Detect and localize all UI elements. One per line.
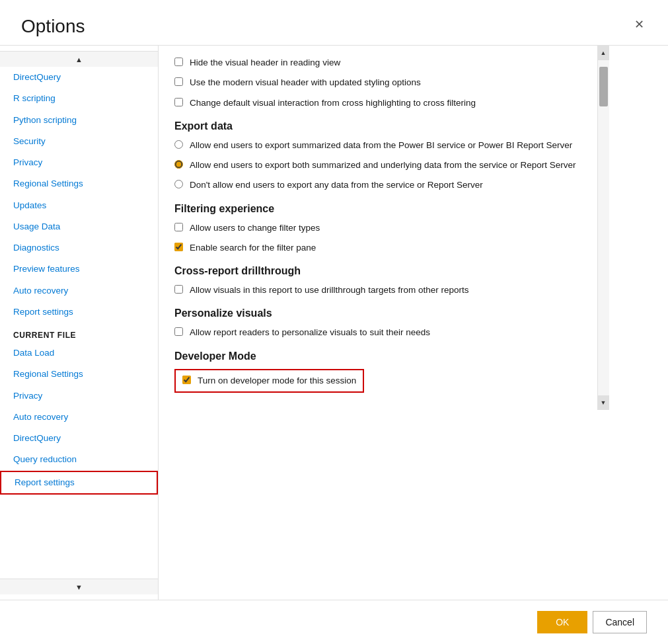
developer-mode-session-checkbox[interactable]: [182, 376, 191, 384]
developer-mode-session-label: Turn on developer mode for this session: [198, 374, 356, 387]
sidebar-item-privacy[interactable]: Privacy: [0, 152, 158, 173]
current-file-label: CURRENT FILE: [0, 323, 158, 342]
sidebar-item-python-scripting[interactable]: Python scripting: [0, 110, 158, 131]
sidebar-item-directquery[interactable]: DirectQuery: [0, 67, 158, 88]
scroll-thumb: [599, 67, 608, 106]
dialog-header: Options ✕: [0, 0, 668, 45]
developer-mode-box: Turn on developer mode for this session: [174, 369, 364, 393]
sidebar-item-diagnostics[interactable]: Diagnostics: [0, 237, 158, 259]
sidebar-scroll-down-button[interactable]: ▼: [0, 579, 158, 594]
allow-filter-types-label: Allow users to change filter types: [190, 221, 576, 235]
hide-visual-header-checkbox[interactable]: [174, 58, 183, 66]
export-data-title: Export data: [174, 120, 576, 132]
sidebar-item-data-load[interactable]: Data Load: [0, 342, 158, 364]
option-allow-drillthrough: Allow visuals in this report to use dril…: [174, 284, 576, 297]
sidebar: ▲ DirectQuery R scripting Python scripti…: [0, 46, 159, 600]
options-dialog: Options ✕ ▲ DirectQuery R scripting Pyth…: [0, 0, 668, 644]
allow-drillthrough-label: Allow visuals in this report to use dril…: [190, 284, 576, 297]
filtering-experience-title: Filtering experience: [174, 203, 576, 215]
option-developer-mode-session: Turn on developer mode for this session: [182, 374, 356, 387]
allow-drillthrough-checkbox[interactable]: [174, 285, 183, 294]
sidebar-item-r-scripting[interactable]: R scripting: [0, 88, 158, 109]
close-button[interactable]: ✕: [632, 16, 647, 33]
hide-visual-header-label: Hide the visual header in reading view: [190, 56, 576, 69]
export-summarized-label: Allow end users to export summarized dat…: [190, 139, 576, 152]
modern-visual-header-label: Use the modern visual header with update…: [190, 76, 576, 89]
option-change-interaction: Change default visual interaction from c…: [174, 97, 576, 110]
option-allow-personalize: Allow report readers to personalize visu…: [174, 326, 576, 339]
dialog-footer: OK Cancel: [0, 600, 668, 644]
dialog-body: ▲ DirectQuery R scripting Python scripti…: [0, 45, 668, 600]
option-hide-visual-header: Hide the visual header in reading view: [174, 56, 576, 69]
export-both-label: Allow end users to export both summarize…: [190, 159, 576, 172]
content-scroll-area: Hide the visual header in reading view U…: [159, 46, 597, 410]
enable-search-filter-checkbox[interactable]: [174, 243, 183, 251]
sidebar-item-security[interactable]: Security: [0, 131, 158, 152]
modern-visual-header-checkbox[interactable]: [174, 77, 183, 86]
cancel-button[interactable]: Cancel: [593, 611, 647, 633]
sidebar-item-report-settings-cf[interactable]: Report settings: [0, 471, 158, 495]
sidebar-item-auto-recovery[interactable]: Auto recovery: [0, 280, 158, 302]
sidebar-item-regional-settings-cf[interactable]: Regional Settings: [0, 364, 158, 385]
sidebar-item-directquery-cf[interactable]: DirectQuery: [0, 428, 158, 449]
allow-filter-types-checkbox[interactable]: [174, 223, 183, 231]
content-scrollbar: ▲ ▼: [597, 46, 609, 410]
export-none-radio[interactable]: [174, 180, 183, 188]
sidebar-scroll-up-button[interactable]: ▲: [0, 51, 158, 67]
option-export-summarized: Allow end users to export summarized dat…: [174, 139, 576, 152]
export-none-label: Don't allow end users to export any data…: [190, 179, 576, 192]
sidebar-item-privacy-cf[interactable]: Privacy: [0, 385, 158, 407]
sidebar-item-preview-features[interactable]: Preview features: [0, 259, 158, 280]
personalize-visuals-title: Personalize visuals: [174, 307, 576, 319]
option-allow-filter-types: Allow users to change filter types: [174, 221, 576, 235]
allow-personalize-label: Allow report readers to personalize visu…: [190, 326, 576, 339]
sidebar-item-report-settings[interactable]: Report settings: [0, 302, 158, 323]
sidebar-item-auto-recovery-cf[interactable]: Auto recovery: [0, 407, 158, 428]
cross-report-drillthrough-title: Cross-report drillthrough: [174, 265, 576, 277]
export-both-radio[interactable]: [174, 160, 183, 169]
option-export-none: Don't allow end users to export any data…: [174, 179, 576, 192]
ok-button[interactable]: OK: [537, 611, 587, 633]
sidebar-item-query-reduction[interactable]: Query reduction: [0, 449, 158, 470]
dialog-title: Options: [21, 16, 85, 37]
change-interaction-checkbox[interactable]: [174, 98, 183, 106]
option-export-both: Allow end users to export both summarize…: [174, 159, 576, 172]
content-scroll-up-button[interactable]: ▲: [598, 46, 609, 60]
sidebar-item-updates[interactable]: Updates: [0, 195, 158, 216]
sidebar-item-regional-settings[interactable]: Regional Settings: [0, 173, 158, 194]
export-summarized-radio[interactable]: [174, 140, 183, 149]
content-area: Hide the visual header in reading view U…: [159, 46, 609, 410]
content-scroll-down-button[interactable]: ▼: [598, 395, 609, 410]
allow-personalize-checkbox[interactable]: [174, 327, 183, 336]
developer-mode-title: Developer Mode: [174, 350, 576, 362]
enable-search-filter-label: Enable search for the filter pane: [190, 241, 576, 255]
change-interaction-label: Change default visual interaction from c…: [190, 97, 576, 110]
option-modern-visual-header: Use the modern visual header with update…: [174, 76, 576, 89]
scroll-thumb-area: [598, 60, 609, 395]
option-enable-search-filter: Enable search for the filter pane: [174, 241, 576, 255]
sidebar-scroll-area: DirectQuery R scripting Python scripting…: [0, 67, 158, 579]
sidebar-item-usage-data[interactable]: Usage Data: [0, 216, 158, 237]
